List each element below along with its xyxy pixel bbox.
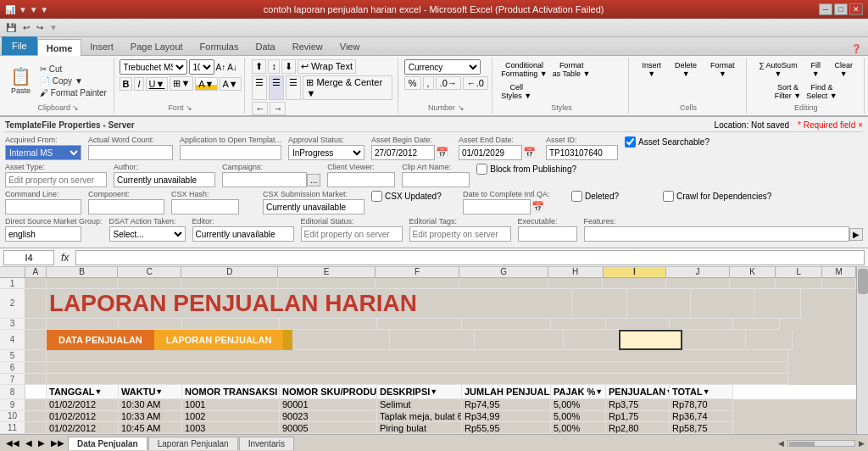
decrease-indent-btn[interactable]: ←: [252, 102, 268, 115]
cell-g1[interactable]: [459, 278, 548, 290]
cell-e4[interactable]: [292, 330, 390, 350]
copy-button[interactable]: 📄 Copy ▼: [36, 75, 110, 86]
cell-j1[interactable]: [666, 278, 730, 290]
cell-g4[interactable]: [475, 330, 564, 350]
component-input[interactable]: [88, 199, 164, 214]
fill-btn[interactable]: Fill ▼: [804, 59, 826, 80]
undo-quick-btn[interactable]: ↩: [20, 22, 32, 33]
clip-art-name-input[interactable]: [402, 172, 470, 187]
cell-transaksi-1[interactable]: 1001: [182, 399, 280, 411]
maximize-button[interactable]: □: [834, 3, 848, 15]
deleted-checkbox[interactable]: [571, 191, 582, 202]
cell-j4[interactable]: [682, 330, 746, 350]
tab-view[interactable]: View: [331, 38, 369, 55]
fill-color-button[interactable]: A▼: [195, 77, 217, 91]
wrap-text-btn[interactable]: ↩ Wrap Text: [298, 59, 356, 74]
cell-i2[interactable]: [627, 289, 691, 318]
date-complete-intl-qa-input[interactable]: [463, 199, 531, 214]
underline-button[interactable]: U▼: [146, 77, 169, 91]
paste-button[interactable]: 📋 Paste: [7, 64, 35, 97]
delete-btn[interactable]: Delete ▼: [669, 59, 703, 80]
cell-b3[interactable]: [47, 319, 119, 331]
cell-c3[interactable]: [119, 319, 182, 331]
asset-begin-date-input[interactable]: [371, 145, 435, 160]
align-top-btn[interactable]: ⬆: [252, 59, 266, 74]
features-browse-btn[interactable]: ▶: [849, 228, 863, 241]
italic-button[interactable]: I: [134, 77, 143, 91]
col-header-f[interactable]: F: [376, 267, 459, 277]
data-penjualan-tab[interactable]: DATA PENJUALAN: [47, 330, 154, 350]
cell-b5-wide[interactable]: [47, 350, 788, 362]
cell-j3[interactable]: [670, 319, 733, 331]
sheet-nav-left[interactable]: ◀◀: [3, 438, 22, 448]
author-input[interactable]: [114, 172, 215, 187]
cell-a1[interactable]: [25, 278, 47, 290]
cell-total-1[interactable]: Rp78,70: [670, 399, 733, 411]
cell-sku-3[interactable]: 90005: [280, 422, 377, 434]
cell-a7[interactable]: [25, 374, 47, 386]
executable-input[interactable]: [518, 226, 577, 242]
decrease-decimal-btn[interactable]: ←.0: [463, 76, 488, 90]
cell-tanggal-3[interactable]: 01/02/2012: [47, 422, 119, 434]
cell-k3[interactable]: [733, 319, 780, 331]
tab-file[interactable]: File: [2, 36, 37, 55]
cell-c1[interactable]: [118, 278, 181, 290]
cell-waktu-3[interactable]: 10:45 AM: [119, 422, 182, 434]
approval-status-select[interactable]: InProgress: [288, 145, 364, 160]
cell-a6[interactable]: [25, 362, 47, 374]
col-header-b[interactable]: B: [47, 267, 119, 277]
align-center-btn[interactable]: ☰: [269, 75, 284, 100]
calendar-icon-end[interactable]: 📅: [523, 147, 536, 159]
format-btn[interactable]: Format ▼: [704, 59, 740, 80]
horizontal-scroll-left[interactable]: ◀: [778, 439, 784, 448]
increase-indent-btn[interactable]: →: [270, 102, 286, 115]
align-left-btn[interactable]: ☰: [252, 75, 267, 100]
col-header-h[interactable]: H: [548, 267, 604, 277]
cell-jumlah-3[interactable]: Rp55,95: [462, 422, 551, 434]
sort-filter-btn[interactable]: Sort &Filter ▼: [773, 81, 803, 102]
cell-deskripsi-1[interactable]: Selimut: [377, 399, 462, 411]
align-middle-btn[interactable]: ↕: [268, 59, 280, 74]
cell-tanggal-1[interactable]: 01/02/2012: [47, 399, 119, 411]
asset-end-date-input[interactable]: [459, 145, 522, 160]
cell-k2[interactable]: [754, 289, 801, 318]
insert-btn[interactable]: Insert ▼: [636, 59, 667, 80]
increase-font-btn[interactable]: A↑: [216, 63, 226, 72]
cell-j2[interactable]: [691, 289, 754, 318]
font-name-select[interactable]: Trebuchet MS: [120, 59, 187, 75]
cell-deskripsi-3[interactable]: Piring bulat: [377, 422, 462, 434]
autosum-btn[interactable]: ∑ AutoSum ▼: [754, 59, 804, 80]
col-header-l[interactable]: L: [776, 267, 822, 277]
increase-decimal-btn[interactable]: .0→: [436, 76, 461, 90]
cell-k4[interactable]: [746, 330, 793, 350]
save-quick-btn[interactable]: 💾: [3, 22, 19, 33]
tab-insert[interactable]: Insert: [81, 38, 122, 55]
dsat-action-select[interactable]: Select...: [109, 226, 186, 242]
cell-a4[interactable]: [25, 330, 47, 350]
editorial-tags-input[interactable]: [409, 226, 511, 242]
tab-data[interactable]: Data: [247, 38, 283, 55]
crawl-deps-checkbox[interactable]: [663, 191, 674, 202]
calendar-icon-intl-qa[interactable]: 📅: [531, 201, 544, 213]
col-header-g[interactable]: G: [459, 267, 548, 277]
tab-home[interactable]: Home: [37, 39, 82, 56]
col-header-e[interactable]: E: [278, 267, 375, 277]
cell-f1[interactable]: [376, 278, 459, 290]
border-button[interactable]: ⊞▼: [170, 76, 193, 91]
acquired-from-select[interactable]: Internal MS: [5, 145, 81, 160]
col-header-d[interactable]: D: [181, 267, 278, 277]
cell-e3[interactable]: [280, 319, 377, 331]
cell-i4[interactable]: [619, 330, 682, 350]
cell-h2[interactable]: [572, 289, 627, 318]
comma-btn[interactable]: ,: [423, 76, 434, 90]
cell-a9[interactable]: [25, 399, 47, 411]
inventaris-tab[interactable]: INVENTARIS: [283, 330, 292, 350]
conditional-formatting-btn[interactable]: ConditionalFormatting ▼: [499, 59, 548, 80]
cell-l1[interactable]: [776, 278, 822, 290]
clear-btn[interactable]: Clear ▼: [828, 59, 859, 80]
vertical-scrollbar[interactable]: [856, 267, 868, 434]
cell-tanggal-2[interactable]: 01/02/2012: [47, 411, 119, 423]
sheet-tab-inventaris[interactable]: Inventaris: [239, 437, 294, 450]
asset-searchable-checkbox[interactable]: [625, 136, 636, 148]
cell-pajak-1[interactable]: 5,00%: [551, 399, 606, 411]
